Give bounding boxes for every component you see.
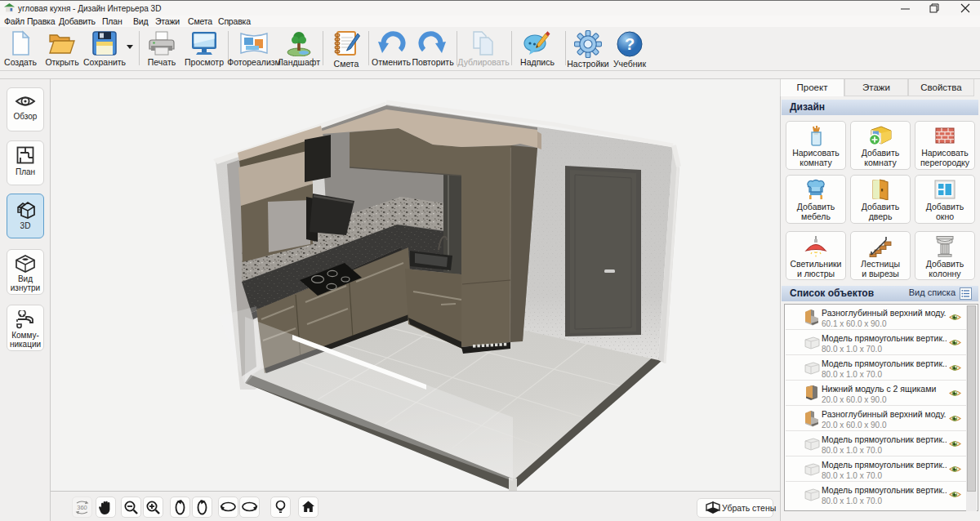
svg-text:360: 360 [77, 504, 87, 511]
svg-text:?: ? [625, 35, 635, 53]
